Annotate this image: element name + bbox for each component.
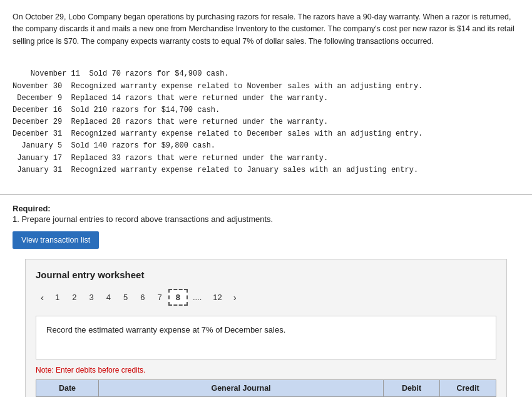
page-3[interactable]: 3 [83,290,100,304]
worksheet-title: Journal entry worksheet [36,269,496,280]
page-6[interactable]: 6 [134,290,151,304]
page-12[interactable]: 12 [207,290,228,304]
page-4[interactable]: 4 [100,290,117,304]
transactions-list: November 11 Sold 70 razors for $4,900 ca… [13,56,519,188]
required-label: Required: [13,204,519,213]
col-header-debit: Debit [384,380,440,397]
col-header-credit: Credit [440,380,496,397]
top-section: On October 29, Lobo Company began operat… [0,0,532,195]
journal-table: Date General Journal Debit Credit Decemb… [36,379,496,397]
page-dots: .... [188,290,207,304]
transaction-1: November 11 Sold 70 razors for $4,900 ca… [13,69,422,174]
page-7[interactable]: 7 [151,290,168,304]
page-5[interactable]: 5 [117,290,134,304]
prev-page-button[interactable]: ‹ [36,289,49,305]
next-page-button[interactable]: › [228,289,242,305]
col-header-general-journal: General Journal [99,380,384,397]
page-8[interactable]: 8 [168,289,188,306]
instruction-text: Record the estimated warranty expense at… [46,325,285,334]
page-1[interactable]: 1 [49,290,66,304]
required-section: Required: 1. Prepare journal entries to … [0,195,532,397]
note-text: Note: Enter debits before credits. [36,366,496,374]
view-transaction-list-button[interactable]: View transaction list [13,231,99,249]
col-header-date: Date [36,380,99,397]
journal-entry-worksheet: Journal entry worksheet ‹ 1 2 3 4 5 6 7 … [25,259,507,397]
description-paragraph: On October 29, Lobo Company began operat… [13,11,519,48]
required-sub: 1. Prepare journal entries to record abo… [13,214,519,224]
pagination: ‹ 1 2 3 4 5 6 7 8 .... 12 › [36,289,496,306]
instruction-box: Record the estimated warranty expense at… [36,316,496,359]
page-2[interactable]: 2 [66,290,83,304]
